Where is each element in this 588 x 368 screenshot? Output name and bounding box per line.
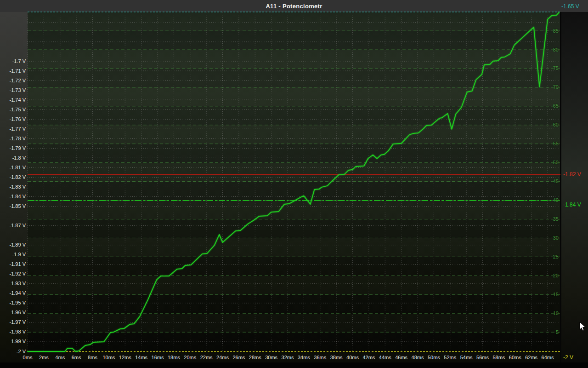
right-axis-tick-label: 5	[543, 329, 559, 335]
app-window: A11 - Potenciometr -1.7 V-1.71 V-1.72 V-…	[0, 0, 588, 368]
y-axis-tick-label: -1.85 V	[0, 203, 26, 209]
right-axis-tick-label: 60	[543, 122, 559, 128]
right-axis-tick-label: 70	[543, 84, 559, 90]
right-axis-tick-label: 40	[543, 197, 559, 203]
y-axis-tick-label: -1.94 V	[0, 290, 26, 296]
y-axis-tick-label: -1.77 V	[0, 126, 26, 132]
y-axis-tick-label: -1.74 V	[0, 97, 26, 103]
right-axis-tick-label: 15	[543, 292, 559, 298]
right-axis-tick-label: 65	[543, 103, 559, 109]
right-axis-tick-label: 75	[543, 65, 559, 71]
y-axis-tick-label: -1.83 V	[0, 184, 26, 190]
y-axis-tick-label: -1.75 V	[0, 107, 26, 113]
range-top-value: -1.65 V	[561, 3, 579, 10]
y-axis-tick-label: -1.79 V	[0, 145, 26, 151]
right-axis-tick-label: 25	[543, 254, 559, 260]
y-axis-tick-label: -1.99 V	[0, 339, 26, 345]
y-axis-tick-label: -1.7 V	[0, 58, 26, 64]
right-axis-tick-label: 35	[543, 216, 559, 222]
cursor-green-value-label: -1.84 V	[563, 201, 581, 208]
y-axis-tick-label: -1.96 V	[0, 310, 26, 316]
signal-trace-a11	[28, 12, 559, 351]
y-axis-tick-label: -1.98 V	[0, 329, 26, 335]
plot-canvas[interactable]	[0, 0, 588, 368]
y-axis-tick-label: -1.9 V	[0, 252, 26, 258]
right-axis-tick-label: 80	[543, 47, 559, 53]
y-axis-tick-label: -1.8 V	[0, 155, 26, 161]
right-axis-tick-label: 45	[543, 178, 559, 184]
y-axis-tick-label: -1.89 V	[0, 242, 26, 248]
x-axis-tick-label: 64ms	[537, 355, 558, 361]
y-axis-tick-label: -1.76 V	[0, 116, 26, 122]
right-axis-tick-label: 20	[543, 273, 559, 279]
y-axis-tick-label: -1.82 V	[0, 174, 26, 180]
y-axis-tick-label: -1.92 V	[0, 271, 26, 277]
range-bottom-value: -2 V	[563, 354, 573, 361]
right-axis-tick-label: 50	[543, 160, 559, 166]
right-axis-tick-label: 85	[543, 28, 559, 34]
right-axis-tick-label: 55	[543, 141, 559, 147]
y-axis-tick-label: -1.71 V	[0, 68, 26, 74]
y-axis-tick-label: -1.87 V	[0, 223, 26, 229]
y-axis-tick-label: -1.93 V	[0, 281, 26, 287]
y-axis-tick-label: -1.95 V	[0, 300, 26, 306]
right-axis-tick-label: 10	[543, 310, 559, 316]
y-axis-tick-label: -1.73 V	[0, 87, 26, 93]
mouse-cursor	[579, 322, 587, 332]
right-axis-tick-label: 30	[543, 235, 559, 241]
cursor-red-value-label: -1.82 V	[563, 171, 581, 178]
y-axis-tick-label: -1.72 V	[0, 78, 26, 84]
y-axis-tick-label: -1.84 V	[0, 194, 26, 200]
y-axis-tick-label: -1.78 V	[0, 136, 26, 142]
y-axis-tick-label: -1.97 V	[0, 319, 26, 325]
y-axis-tick-label: -2 V	[0, 349, 26, 355]
y-axis-tick-label: -1.81 V	[0, 165, 26, 171]
y-axis-tick-label: -1.91 V	[0, 261, 26, 267]
